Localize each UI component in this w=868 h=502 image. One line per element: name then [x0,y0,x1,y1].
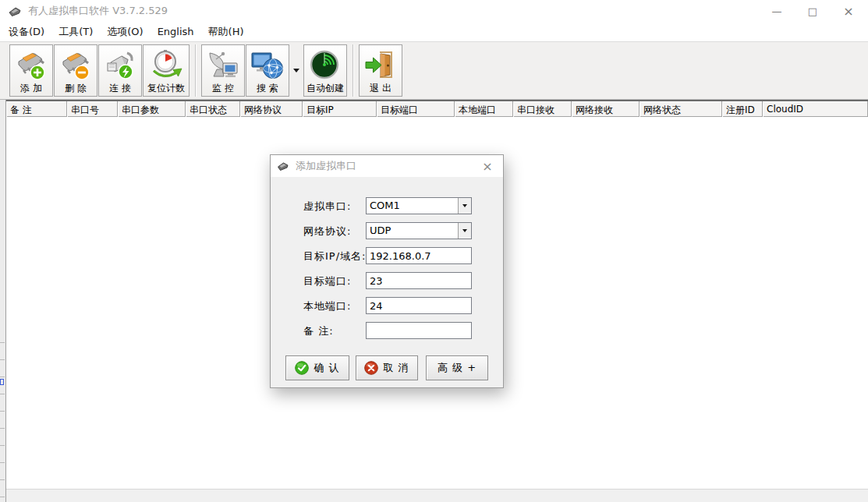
column-header-protocol[interactable]: 网络协议 [240,101,303,117]
target-ip-field[interactable] [366,247,472,264]
column-header-net-status[interactable]: 网络状态 [639,101,722,117]
monitor-button-label: 监 控 [212,83,234,94]
reset-counter-button[interactable]: 复位计数 [143,44,190,97]
remark-field[interactable] [366,322,472,339]
chevron-down-icon [462,204,467,207]
app-window: 有人虚拟串口软件 V3.7.2.529 — □ × 设备(D) 工具(T) 选项… [0,0,868,502]
titlebar: 有人虚拟串口软件 V3.7.2.529 — □ × [0,0,868,22]
virtual-port-dropdown-button[interactable] [458,198,471,214]
minimize-button[interactable]: — [759,0,795,22]
window-title: 有人虚拟串口软件 V3.7.2.529 [28,4,168,18]
dialog-close-button[interactable]: × [472,155,503,177]
target-port-field[interactable] [366,272,472,289]
confirm-icon [295,361,309,375]
confirm-button[interactable]: 确 认 [285,355,349,380]
cancel-button[interactable]: 取 消 [356,355,418,380]
search-button-label: 搜 索 [257,83,278,94]
remark-label: 备 注: [303,324,334,338]
local-port-field[interactable] [366,297,472,314]
toolbar: 添 加 删 除 [0,41,868,100]
search-dropdown-button[interactable] [290,44,303,97]
monitor-icon [206,48,240,83]
protocol-dropdown-button[interactable] [458,223,471,239]
confirm-button-label: 确 认 [314,361,339,375]
local-port-field-wrap [366,297,472,314]
auto-create-button[interactable]: 自动创建 [303,44,347,97]
column-header-target-port[interactable]: 目标端口 [377,101,455,117]
column-header-remark[interactable]: 备 注 [6,101,67,117]
exit-button-label: 退 出 [370,83,391,94]
target-ip-label: 目标IP/域名: [303,249,366,263]
exit-door-icon [363,48,398,83]
table-header: 备 注 串口号 串口参数 串口状态 网络协议 目标IP 目标端口 本地端口 串口… [6,101,868,117]
target-port-label: 目标端口: [303,274,351,288]
target-port-field-wrap [366,272,472,289]
remark-field-wrap [366,322,472,339]
connect-button-label: 连 接 [109,83,131,94]
dialog-body: 虚拟串口: COM1 网络协议: UDP 目标IP/域名: 目标端口: [271,177,503,388]
cancel-icon [364,361,378,375]
maximize-button[interactable]: □ [795,0,831,22]
background-window-sliver [0,100,6,502]
dialog-title: 添加虚拟串口 [296,159,356,173]
add-button[interactable]: 添 加 [9,44,53,97]
toolbar-separator [353,44,354,97]
radar-icon [308,48,342,83]
advanced-button-label: 高 级 + [438,361,477,375]
virtual-port-value: COM1 [367,198,458,214]
serial-remove-icon [58,48,93,83]
protocol-label: 网络协议: [303,224,351,239]
column-header-net-received[interactable]: 网络接收 [572,101,639,117]
search-network-icon [250,48,285,83]
reset-counter-button-label: 复位计数 [147,83,185,94]
column-header-com-port[interactable]: 串口号 [67,101,118,117]
add-button-label: 添 加 [20,83,42,94]
exit-button[interactable]: 退 出 [359,44,402,97]
chevron-down-icon [293,69,299,72]
delete-button[interactable]: 删 除 [54,44,97,97]
status-bar [6,489,868,502]
strip-ticks [0,326,5,502]
add-virtual-port-dialog: 添加虚拟串口 × 虚拟串口: COM1 网络协议: UDP 目标IP/域名: [270,154,504,388]
target-ip-field-wrap [366,247,472,264]
monitor-button[interactable]: 监 控 [201,44,245,97]
column-header-com-status[interactable]: 串口状态 [186,101,240,117]
app-icon [8,5,22,17]
connect-icon [103,48,137,83]
protocol-value: UDP [367,223,458,239]
strip-mark [0,379,4,385]
virtual-port-label: 虚拟串口: [303,200,351,214]
column-header-cloud-id[interactable]: CloudID [763,101,868,117]
column-header-local-port[interactable]: 本地端口 [455,101,513,117]
dialog-icon [277,161,291,172]
menu-help[interactable]: 帮助(H) [201,23,251,41]
column-header-target-ip[interactable]: 目标IP [303,101,377,117]
serial-add-icon [14,48,48,83]
delete-button-label: 删 除 [65,83,87,94]
menu-options[interactable]: 选项(O) [100,23,150,41]
menu-english[interactable]: English [151,23,201,40]
reset-counter-icon [149,48,183,83]
advanced-button[interactable]: 高 级 + [426,355,488,380]
local-port-label: 本地端口: [303,299,351,313]
close-button[interactable]: × [831,0,866,22]
protocol-combo[interactable]: UDP [366,222,472,239]
chevron-down-icon [462,229,467,232]
window-controls: — □ × [759,0,868,22]
toolbar-separator [195,44,197,97]
dialog-titlebar: 添加虚拟串口 × [271,155,503,177]
menubar: 设备(D) 工具(T) 选项(O) English 帮助(H) [0,22,868,41]
search-button[interactable]: 搜 索 [246,44,289,97]
column-header-com-params[interactable]: 串口参数 [118,101,186,117]
column-header-com-received[interactable]: 串口接收 [513,101,572,117]
cancel-button-label: 取 消 [383,361,409,375]
virtual-port-combo[interactable]: COM1 [366,197,472,214]
menu-device[interactable]: 设备(D) [2,23,51,41]
connect-button[interactable]: 连 接 [98,44,142,97]
auto-create-button-label: 自动创建 [306,83,344,94]
column-header-reg-id[interactable]: 注册ID [722,101,763,117]
menu-tools[interactable]: 工具(T) [51,23,100,41]
